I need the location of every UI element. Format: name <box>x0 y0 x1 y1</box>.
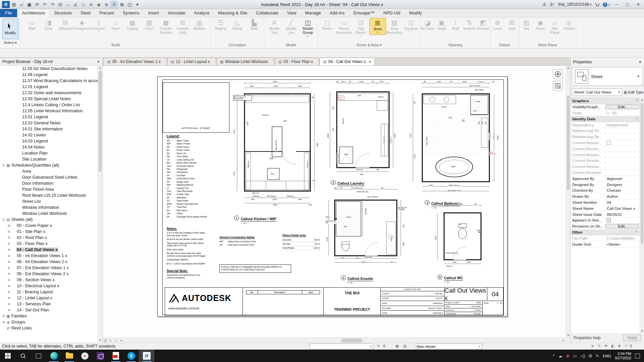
tree-item[interactable]: Roof Beam LVL15 Lintel Workouts <box>0 192 102 198</box>
ribbon-button[interactable]: AModel Text <box>266 18 283 38</box>
display-icon[interactable]: ▭ <box>573 354 577 358</box>
tree-item[interactable]: ⊞◈Groups <box>0 319 102 325</box>
ribbon-tab[interactable]: Massing & Site <box>214 9 252 17</box>
tree-item[interactable]: Location Plan <box>0 150 102 156</box>
expand-icon[interactable]: ⊞ <box>7 272 11 276</box>
ribbon-tab[interactable]: Collaborate <box>252 9 283 17</box>
tree-item[interactable]: 11.07 Wind Bracing Calculations in accor… <box>0 78 102 84</box>
app-store-cart-icon[interactable] <box>595 2 600 7</box>
expand-icon[interactable]: ⊞ <box>7 236 11 239</box>
property-row[interactable]: Sheet NameCall Out Views x <box>571 205 640 212</box>
ribbon-tab[interactable]: Structure <box>50 9 76 17</box>
scale-icon[interactable]: ◫ <box>103 339 108 342</box>
sync-error-icon[interactable]: ⊗ <box>566 354 569 358</box>
property-row[interactable]: File PathC:\Users\MSNH... <box>571 235 640 241</box>
ribbon-tab[interactable]: Add-Ins <box>325 9 349 17</box>
ribbon-button[interactable]: ▢Room <box>319 18 336 34</box>
media-app-icon[interactable] <box>93 350 108 362</box>
ribbon-button[interactable]: ▱Ref Plane <box>548 18 562 38</box>
property-row[interactable]: Current Revisio... <box>571 164 640 170</box>
aligned-dimension-icon[interactable]: ∠ <box>72 1 79 8</box>
ribbon-button[interactable]: ◈Component▾ <box>74 18 91 34</box>
tree-item[interactable]: 12.01 Legend <box>0 84 102 90</box>
tree-item[interactable]: ⊞03 - Floor Plan x <box>0 241 102 247</box>
ribbon-button[interactable]: ▩Curtain System <box>158 18 174 38</box>
edit-in-place-icon[interactable]: ✎ <box>598 344 601 348</box>
expand-icon[interactable]: ⊞ <box>7 230 11 233</box>
tree-item[interactable]: ⊞12 - Lintel Layout x <box>0 295 102 301</box>
expand-icon[interactable]: ⊞ <box>7 284 11 288</box>
search-button[interactable] <box>15 350 31 362</box>
redo-icon[interactable]: ↷ <box>49 1 56 8</box>
pen-icon[interactable]: ✎ <box>596 354 599 358</box>
ribbon-button[interactable]: ▭Room Separator <box>336 18 353 38</box>
scroll-left-icon[interactable]: ◂ <box>119 339 123 342</box>
property-row[interactable]: Scale1 : 50 <box>571 110 640 116</box>
tree-item[interactable]: ⊞11 - Bracing Layout <box>0 289 102 295</box>
expand-icon[interactable]: ⊞ <box>1 320 6 324</box>
panel-label[interactable]: Work Plane <box>519 42 576 48</box>
tree-item[interactable]: 13.01 Legend <box>0 114 102 120</box>
expand-icon[interactable]: ⊞ <box>7 266 11 269</box>
ribbon-button[interactable]: ▣Shaft <box>434 18 448 34</box>
tree-item[interactable]: 12.03 Special Lintel Notes <box>0 96 102 102</box>
panel-label[interactable]: Room & Area ▾ <box>318 42 420 48</box>
ribbon-button[interactable]: ⊡Tag Area▾ <box>403 18 420 34</box>
file-explorer-icon[interactable] <box>62 350 77 362</box>
open-icon[interactable]: ▱ <box>18 1 25 8</box>
tree-item[interactable]: 11.06 Legend <box>0 72 102 78</box>
tree-item[interactable]: Window Lintel Workouts <box>0 210 102 217</box>
tree-item[interactable]: ⊞02 - Roof Plan x <box>0 235 102 241</box>
editable-only-icon[interactable]: ✎ <box>377 344 380 348</box>
ribbon-button[interactable]: ▨Area Boundary <box>386 18 403 38</box>
tree-item[interactable]: Door Galvaniesd Steel Lintels <box>0 174 102 180</box>
maximize-button[interactable]: ▢ <box>624 1 631 8</box>
ribbon-button[interactable]: ▤Set <box>519 18 533 34</box>
ribbon-button[interactable]: ⊕Level <box>490 18 505 34</box>
ribbon-button[interactable]: ◎Viewer <box>562 18 576 34</box>
tree-item[interactable]: 12.05 Lintel Workout Information <box>0 108 102 114</box>
property-row[interactable]: Appears In She... <box>571 218 640 224</box>
skype-icon[interactable]: S <box>123 350 139 362</box>
measure-icon[interactable]: ↔ <box>64 1 71 8</box>
panel-label[interactable]: Model <box>264 42 318 48</box>
close-icon[interactable]: ✕ <box>639 60 642 64</box>
action-center-icon[interactable] <box>635 354 640 358</box>
text-icon[interactable]: A <box>88 1 95 8</box>
tree-item[interactable]: ⊞08 - Ext Elevation Views 2 x <box>0 271 102 277</box>
tree-item[interactable]: ⊞05 - Int Elevation Views 1 x <box>0 253 102 259</box>
expand-icon[interactable]: ⊞ <box>7 278 11 282</box>
section-icon[interactable]: ⊘ <box>103 1 110 8</box>
property-row[interactable]: Other^ <box>571 230 640 236</box>
property-row[interactable]: Guide Grid<None> <box>571 241 640 247</box>
tree-item[interactable]: ⊞14 - Set Out Plan <box>0 307 102 313</box>
tree-item[interactable]: Site Location <box>0 156 102 162</box>
tree-item[interactable]: 11.05 N2 Wind Classification Notes <box>0 66 102 72</box>
ribbon-tab[interactable]: Analyze <box>190 9 214 17</box>
property-row[interactable]: Referencing Sh... <box>571 128 640 134</box>
tree-item[interactable]: ⊟▦Schedules/Quantities (all) <box>0 162 102 168</box>
tree-item[interactable]: 14.04 Notes <box>0 144 102 150</box>
select-dropdown[interactable]: Select ▾ <box>4 41 17 45</box>
ribbon-tab[interactable]: Architecture <box>17 9 50 17</box>
tree-item[interactable]: ⊞07 - Ext Elevation Views 1 x <box>0 265 102 271</box>
revit-logo-icon[interactable]: R <box>2 1 10 8</box>
edge-icon[interactable] <box>46 350 62 362</box>
expand-icon[interactable]: ⊞ <box>7 254 11 257</box>
ribbon-button[interactable]: ◪By Face <box>421 18 434 34</box>
tag-icon[interactable]: ◇ <box>80 1 87 8</box>
ribbon-tab[interactable]: Annotate <box>163 9 190 17</box>
view-tab[interactable]: ▤12 - Lintel Layout x <box>167 58 216 65</box>
default-3d-view-icon[interactable]: ◈ <box>95 1 102 8</box>
help-icon[interactable]: ? ▾ <box>603 2 610 7</box>
design-options-icon[interactable]: ▥ <box>403 344 407 348</box>
panel-label[interactable]: Circulation <box>211 42 264 48</box>
ribbon-tab[interactable]: File <box>0 9 17 17</box>
property-row[interactable]: Referencing De... <box>571 134 640 140</box>
expand-icon[interactable]: ⊞ <box>7 260 11 263</box>
ribbon-button[interactable]: ◺Ramp <box>229 18 246 34</box>
undo-icon[interactable]: ↶ <box>41 1 48 8</box>
property-row[interactable]: Visibility/Graph...Edit... <box>571 104 640 110</box>
pan-zoom-icon[interactable] <box>553 81 563 91</box>
communication-center-icon[interactable] <box>542 2 547 6</box>
